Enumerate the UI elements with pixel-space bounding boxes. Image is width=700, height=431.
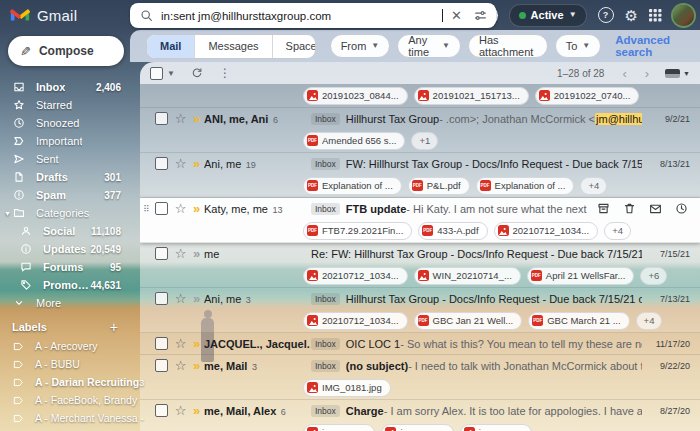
sidebar-item-important[interactable]: Important <box>0 132 130 150</box>
row-checkbox[interactable] <box>155 404 168 417</box>
row-checkbox[interactable] <box>155 112 168 125</box>
email-row[interactable]: ⠿☆»meRe: FW: Hillhurst Tax Group - Docs/… <box>140 243 700 288</box>
attachment-chip[interactable]: PDFExplanation of ... <box>303 177 402 195</box>
label-item-a-facebook-brandy[interactable]: A - FaceBook, Brandy <box>0 391 130 409</box>
attachment-chip[interactable]: PDFGBC Jan 21 Well... <box>414 312 523 330</box>
sidebar-item-inbox[interactable]: Inbox2,406 <box>0 78 130 96</box>
email-row[interactable]: ⠿☆»me, Mail 3Inbox(no subject) - I need … <box>140 355 700 400</box>
label-item-a-arecovery[interactable]: A - Arecovery <box>0 337 130 355</box>
drag-handle-icon[interactable]: ⠿ <box>142 204 151 214</box>
importance-marker-icon[interactable]: » <box>189 247 204 260</box>
sidebar-item-updates[interactable]: Updates20,549 <box>0 240 130 258</box>
refresh-icon[interactable] <box>191 67 203 79</box>
select-all-checkbox[interactable] <box>150 67 163 80</box>
attachment-chip[interactable]: 20191021_151713... <box>414 87 529 105</box>
attachment-chip[interactable]: 20191022_0740... <box>535 87 640 105</box>
more-attachments-chip[interactable]: +4 <box>604 222 631 240</box>
attachment-chip[interactable]: PDFAmended 656 s... <box>303 132 405 150</box>
compose-button[interactable]: ✎ Compose <box>8 36 124 66</box>
gmail-logo[interactable]: Gmail <box>10 7 77 24</box>
star-icon[interactable]: ☆ <box>172 291 189 306</box>
attachment-chip[interactable]: PDF433-A.pdf <box>418 222 487 240</box>
attachment-chip[interactable]: 20210712_1034... <box>303 267 408 285</box>
snooze-icon[interactable] <box>675 202 688 215</box>
star-icon[interactable]: ☆ <box>172 403 189 418</box>
filter-chip-has-attachment[interactable]: Has attachment <box>468 34 548 58</box>
select-dropdown-icon[interactable]: ▼ <box>167 69 175 78</box>
attachment-chip[interactable]: image.png <box>381 424 453 431</box>
star-icon[interactable]: ☆ <box>172 156 189 171</box>
settings-gear-icon[interactable]: ⚙ <box>625 8 638 23</box>
importance-marker-icon[interactable]: » <box>189 359 204 372</box>
filter-chip-any-time[interactable]: Any time▼ <box>397 34 461 58</box>
more-attachments-chip[interactable]: +1 <box>411 132 438 150</box>
add-label-icon[interactable]: + <box>110 319 118 335</box>
tab-spaces[interactable]: Spaces <box>272 35 316 58</box>
tab-mail[interactable]: Mail <box>147 35 194 58</box>
attachment-chip[interactable]: 20191023_0844... <box>303 87 408 105</box>
star-icon[interactable]: ☆ <box>172 111 189 126</box>
expander-chevron-icon[interactable]: ▼ <box>4 210 10 217</box>
sidebar-item-spam[interactable]: Spam377 <box>0 186 130 204</box>
help-icon[interactable]: ? <box>598 7 614 23</box>
label-item-a-darian-recruiting[interactable]: A - Darian Recruiting3 <box>0 373 130 391</box>
email-row[interactable]: ⠿☆»me, Mail, Alex 6InboxCharge - I am so… <box>140 400 700 431</box>
sidebar-item-sent[interactable]: Sent <box>0 150 130 168</box>
status-toggle[interactable]: Active ▼ <box>509 4 587 27</box>
more-attachments-chip[interactable]: +4 <box>636 312 663 330</box>
label-item-a-merchant-vanessa[interactable]: A - Merchant Vanessa - <box>0 409 130 427</box>
importance-marker-icon[interactable]: » <box>189 202 204 215</box>
email-row[interactable]: ⠿☆»Ani, me 3InboxHillhurst Tax Group - D… <box>140 288 700 333</box>
sidebar-item-drafts[interactable]: Drafts301 <box>0 168 130 186</box>
row-checkbox[interactable] <box>155 247 168 260</box>
row-checkbox[interactable] <box>155 359 168 372</box>
sidebar-item-social[interactable]: Social11,108 <box>0 222 130 240</box>
sidebar-item-forums[interactable]: Forums95 <box>0 258 130 276</box>
star-icon[interactable]: ☆ <box>172 246 189 261</box>
clear-search-icon[interactable]: ✕ <box>451 8 462 23</box>
chevron-down-icon[interactable]: ▼ <box>683 70 690 77</box>
search-filters-icon[interactable] <box>474 9 487 22</box>
star-icon[interactable]: ☆ <box>172 336 189 351</box>
mark-unread-icon[interactable] <box>649 202 662 215</box>
filter-chip-from[interactable]: From▼ <box>330 34 391 58</box>
attachment-chip[interactable]: 20210712_1034... <box>303 312 408 330</box>
importance-marker-icon[interactable]: » <box>189 112 204 125</box>
row-checkbox[interactable] <box>155 157 168 170</box>
more-attachments-chip[interactable]: +6 <box>640 267 667 285</box>
filter-chip-to[interactable]: To▼ <box>555 34 602 58</box>
sidebar-item-categories[interactable]: ▼Categories <box>0 204 130 222</box>
attachment-chip[interactable]: image.png <box>460 424 532 431</box>
star-icon[interactable]: ☆ <box>172 358 189 373</box>
email-row[interactable]: ⠿☆»JACQUEL., Jacquel. 14InboxOIC LOC 1 -… <box>140 333 700 355</box>
sidebar-item-more[interactable]: More <box>0 294 130 312</box>
account-avatar[interactable] <box>673 5 694 26</box>
attachment-chip[interactable]: WIN_20210714_... <box>414 267 521 285</box>
importance-marker-icon[interactable]: » <box>189 292 204 305</box>
search-input[interactable]: in:sent jm@hillhursttaxgroup.com ✕ <box>130 3 496 28</box>
email-row[interactable]: ⠿☆»Ani, me 19InboxFW: Hillhurst Tax Grou… <box>140 153 700 198</box>
sidebar-item-starred[interactable]: Starred <box>0 96 130 114</box>
tab-messages[interactable]: Messages <box>194 35 271 58</box>
sidebar-item-promotions[interactable]: Promotions44,631 <box>0 276 130 294</box>
star-icon[interactable]: ☆ <box>172 201 189 216</box>
advanced-search-link[interactable]: Advanced search <box>615 34 700 58</box>
importance-marker-icon[interactable]: » <box>189 157 204 170</box>
row-checkbox[interactable] <box>155 292 168 305</box>
delete-icon[interactable] <box>623 202 636 215</box>
row-checkbox[interactable] <box>155 202 168 215</box>
more-options-icon[interactable]: ⋮ <box>219 66 231 80</box>
importance-marker-icon[interactable]: » <box>189 404 204 417</box>
email-row[interactable]: ⠿☆»ANI, me, Ani 6InboxHillhurst Tax Grou… <box>140 108 700 153</box>
email-row[interactable]: ⠿☆»Katy, me, me 13InboxFTB update - Hi K… <box>140 198 700 243</box>
sidebar-item-snoozed[interactable]: Snoozed <box>0 114 130 132</box>
older-page-icon[interactable]: › <box>645 67 649 80</box>
more-attachments-chip[interactable]: +4 <box>580 177 607 195</box>
email-row-partial[interactable]: 20191023_0844...20191021_151713...201910… <box>140 84 700 108</box>
newer-page-icon[interactable]: ‹ <box>622 67 626 80</box>
attachment-chip[interactable]: image.png <box>303 424 375 431</box>
attachment-chip[interactable]: IMG_0181.jpg <box>303 379 391 397</box>
split-pane-toggle-icon[interactable] <box>665 69 680 78</box>
attachment-chip[interactable]: PDFFTB7.29.2021Fin... <box>303 222 412 240</box>
label-item-a-bubu[interactable]: A - BUBU <box>0 355 130 373</box>
